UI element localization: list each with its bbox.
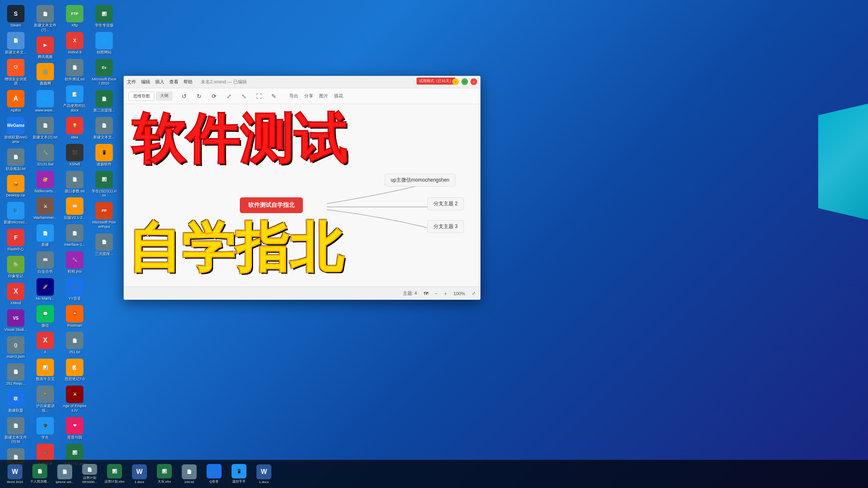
- toolbar-edit[interactable]: ✎: [269, 91, 279, 101]
- status-zoom-plus[interactable]: +: [444, 291, 446, 296]
- taskbar-qyinyin[interactable]: 🎵 Q音音: [202, 462, 226, 486]
- icon-desktop-rar[interactable]: 📦 Desktop.rar: [2, 173, 30, 199]
- icon-steam[interactable]: S Steam: [2, 3, 30, 29]
- icon-warhammer[interactable]: ⚔ Warhammer...: [31, 196, 59, 222]
- toolbar-collapse[interactable]: ⤡: [239, 91, 249, 101]
- toolbar-export[interactable]: 导出: [289, 91, 299, 101]
- toolbar-refresh[interactable]: ⟳: [209, 91, 219, 101]
- icon-interface[interactable]: 📄 Interface-1...: [61, 223, 89, 249]
- menu-help[interactable]: 帮助: [183, 79, 193, 85]
- branch-node-3[interactable]: 分支主题 3: [427, 220, 464, 233]
- icon-xinjianlianmeng[interactable]: 联 新建联盟: [2, 388, 30, 415]
- taskbar-yunying-xlsx[interactable]: 📊 运营计划.xlsx: [103, 462, 126, 486]
- icon-fiddler[interactable]: 🔐 fiddlercerts...: [31, 169, 59, 195]
- icon-hushi[interactable]: 🏃 沪石家庭训练...: [31, 384, 59, 415]
- toolbar-fullscreen[interactable]: ⛶: [254, 91, 264, 101]
- toolbar-expand[interactable]: ⤢: [224, 91, 234, 101]
- taskbar-1docx-2[interactable]: W 1.docx: [252, 462, 276, 486]
- icon-sisi[interactable]: 📝 思思笔记7.0: [61, 357, 89, 383]
- icon-shuyou[interactable]: 📊 数友牛主宝: [31, 357, 59, 383]
- taskbar-yunying[interactable]: 📄 运营计划SRS000...: [78, 462, 101, 486]
- toolbar-back[interactable]: ↺: [179, 91, 189, 101]
- icon-dier-jihua[interactable]: 📄 第二次提报...: [90, 88, 118, 114]
- icon-x-red[interactable]: X X: [31, 330, 59, 356]
- icon-ppt[interactable]: PP Microsoft PowerPoint: [90, 200, 118, 231]
- icon-vs[interactable]: VS Visual Studi...: [2, 308, 30, 334]
- branch-node-1[interactable]: up主微信momochengshen: [385, 174, 456, 187]
- icon-txt1[interactable]: 📄 新建文本文...: [2, 30, 30, 56]
- icon-xshell[interactable]: ⬛ XShell: [61, 142, 89, 168]
- maximize-button[interactable]: □: [461, 78, 468, 85]
- toolbar-more[interactable]: 插花: [334, 91, 344, 101]
- icon-ruanjian[interactable]: 📄 软件测试.txt: [61, 57, 89, 83]
- icon-xmind[interactable]: X XMind: [2, 281, 30, 307]
- icon-jidu[interactable]: 📖 旧版V2.1-2...: [61, 196, 89, 222]
- icon-xuesheng-1[interactable]: 📊 学生(3)(2)(1).xlsx: [90, 169, 118, 200]
- icon-zhiye[interactable]: 📄 职业规划.txt: [2, 147, 30, 173]
- icon-xinjian7[interactable]: 📄 新建文本文件(7)...: [31, 3, 59, 34]
- taskbar-word[interactable]: W Word 2010: [3, 462, 27, 486]
- icon-main3[interactable]: {} main3.json: [2, 335, 30, 361]
- icon-chunchun[interactable]: 🌐 蠢蠢网: [31, 61, 59, 87]
- status-fit[interactable]: ⤢: [472, 291, 475, 296]
- close-button[interactable]: ×: [471, 78, 477, 85]
- taskbar-dale[interactable]: 📊 大乐.xlsx: [153, 462, 176, 486]
- icon-new-ms[interactable]: 📘 新建Microso...: [2, 200, 30, 226]
- icon-idea[interactable]: 💡 idea: [61, 115, 89, 141]
- window-controls: − □ ×: [452, 78, 477, 85]
- mindmap-center-node[interactable]: 软件测试自学指北: [240, 197, 303, 213]
- icon-www[interactable]: 🌐 www.www...: [31, 88, 59, 114]
- icon-jiekou[interactable]: 📄 接口参数.txt: [61, 169, 89, 195]
- icon-daoyang[interactable]: 📱 道扬软件: [90, 142, 118, 168]
- icon-pupu[interactable]: ❤ 普普与我: [61, 415, 89, 442]
- menu-insert[interactable]: 插入: [155, 79, 164, 85]
- icon-san-jihua[interactable]: 📄 三次提报...: [90, 232, 118, 258]
- icon-xftp[interactable]: FTP Xftp: [61, 3, 89, 29]
- icon-yy[interactable]: 🎵 YY音音: [61, 277, 89, 303]
- toolbar-share[interactable]: 分享: [304, 91, 314, 101]
- icon-xmind8[interactable]: X XMind 8: [61, 30, 89, 56]
- window-toolbar: 思维导图 大纲 ↺ ↻ ⟳ ⤢ ⤡ ⛶ ✎ 导出 分享 图片 插花: [124, 88, 480, 104]
- icon-wegame[interactable]: WeGame 游戏联盟WeGame: [2, 115, 30, 146]
- icon-xinjian-wen[interactable]: 📄 新建文本文...: [90, 115, 118, 141]
- icon-32131[interactable]: 🔧 32131.bat: [31, 142, 59, 168]
- icon-security[interactable]: 🛡 增强安全浏览器: [2, 57, 30, 88]
- icon-age-of-empires[interactable]: ⚔ Age of Empires IV: [61, 384, 89, 415]
- icon-chuangtu[interactable]: 🌐 创图网站: [90, 30, 118, 56]
- tab-mindmap[interactable]: 思维导图: [129, 92, 154, 101]
- status-zoom-minus[interactable]: −: [435, 291, 437, 296]
- toolbar-forward[interactable]: ↻: [194, 91, 204, 101]
- taskbar-jianli[interactable]: 📄 个人简历模...: [28, 462, 51, 486]
- taskbar-1docx[interactable]: W 1.docx: [128, 462, 151, 486]
- icon-xinjian0[interactable]: 📄 新建文本文件(0).bt: [2, 415, 30, 446]
- taskbar-iphone[interactable]: 📄 Iphone set...: [53, 462, 76, 486]
- minimize-button[interactable]: −: [452, 78, 459, 85]
- toolbar-image[interactable]: 图片: [319, 91, 329, 101]
- icon-apifox[interactable]: A Apifox: [2, 88, 30, 114]
- icon-xinjian-empty[interactable]: 📄 新建: [31, 223, 59, 249]
- menu-edit[interactable]: 编辑: [141, 79, 150, 85]
- icon-caitu[interactable]: 📊 学生专业版: [90, 3, 118, 29]
- icon-noman[interactable]: 🚀 No Man's...: [31, 277, 59, 303]
- branch-node-2[interactable]: 分支主题 2: [427, 197, 464, 210]
- icon-baihe[interactable]: 📖 白盒击书: [31, 250, 59, 276]
- menu-file[interactable]: 文件: [127, 79, 136, 85]
- icon-tencent-video[interactable]: ▶ 腾讯视频: [31, 35, 59, 61]
- icon-flash[interactable]: F Flash中心: [2, 227, 30, 253]
- icon-chanpin[interactable]: 📝 产品使用对比.docx: [61, 84, 89, 114]
- icon-xuesheng[interactable]: 🎓 学生: [31, 415, 59, 442]
- status-topic-count: 主题: 4: [403, 290, 417, 296]
- icon-postman[interactable]: 📮 Postman: [61, 303, 89, 330]
- menu-view[interactable]: 查看: [169, 79, 178, 85]
- icon-yinxiang[interactable]: 🐘 印象笔记: [2, 254, 30, 280]
- tab-outline[interactable]: 大纲: [156, 92, 173, 101]
- icon-microsoft-excel[interactable]: Ex Microsoft Excel 2010: [90, 57, 118, 88]
- icon-252[interactable]: 📄 252.Requ...: [2, 362, 30, 388]
- icon-251txt[interactable]: 📄 251.txt: [61, 330, 89, 356]
- taskbar-yaokong[interactable]: 📱 遥控手手: [227, 462, 251, 486]
- icon-wechat[interactable]: 💬 微信: [31, 303, 59, 330]
- icon-chengcheng[interactable]: 🔧 程程.jmx: [61, 250, 89, 276]
- icon-xinjian2[interactable]: 📄 新建文本(2).txt: [31, 115, 59, 141]
- taskbar-100txt[interactable]: 📄 100.txt: [178, 462, 201, 486]
- mindmap-content[interactable]: 软件测试 自学指北 软件测试自学指北 up主微信momochengshen 分支…: [124, 104, 480, 286]
